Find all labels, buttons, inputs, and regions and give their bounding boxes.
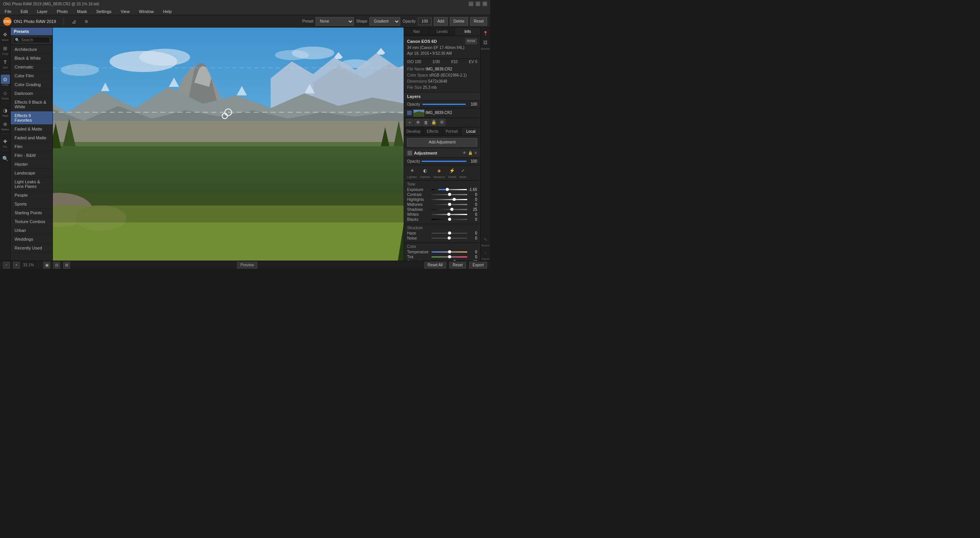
delete-btn[interactable]: Delete [450, 17, 468, 26]
menu-settings[interactable]: Settings [95, 8, 113, 15]
tab-info[interactable]: Info [455, 28, 480, 36]
tool-local[interactable]: ⊙ Local [1, 74, 10, 87]
single-view-btn[interactable]: ▣ [43, 262, 50, 269]
menu-help[interactable]: Help [162, 8, 173, 15]
minimize-btn[interactable]: — [469, 2, 473, 6]
reset-all-btn[interactable]: Reset All [424, 262, 446, 269]
split-view-btn[interactable]: ⊟ [53, 262, 60, 269]
preset-architecture[interactable]: Architecture [11, 45, 52, 54]
reset-btn[interactable]: Reset [470, 17, 487, 26]
adj-opacity-slider[interactable] [422, 161, 466, 162]
tool-faces[interactable]: ☺ Faces [1, 88, 10, 101]
preview-btn[interactable]: Preview [237, 262, 258, 269]
preset-darkroom[interactable]: Darkroom [11, 89, 52, 98]
delete-layer-btn[interactable]: 🗑 [422, 119, 429, 126]
shape-select[interactable]: Gradient [370, 17, 400, 26]
tab-effects[interactable]: Effects [423, 127, 442, 135]
adj-vibrance-tool[interactable]: ◈ Vibrance [433, 167, 445, 179]
tool-crop[interactable]: ⊞ Crop [1, 43, 10, 56]
tool-fix[interactable]: ✚ Fix [1, 136, 10, 149]
gradient-handle[interactable] [222, 113, 228, 119]
temp-track[interactable] [432, 251, 467, 253]
menu-window[interactable]: Window [137, 8, 155, 15]
opacity-input[interactable] [418, 18, 432, 25]
tab-local[interactable]: Local [461, 127, 480, 135]
preset-film[interactable]: Film [11, 142, 52, 151]
haze-track[interactable] [432, 233, 467, 234]
adj-detail-tool[interactable]: ⚡ Detail [448, 167, 456, 179]
add-adjustment-btn[interactable]: Add Adjustment [407, 138, 477, 147]
preset-bw[interactable]: Black & White [11, 54, 52, 63]
preset-urban[interactable]: Urban [11, 226, 52, 235]
resize-icon[interactable]: ⤡ [481, 235, 490, 243]
shape-tool-btn[interactable]: ≡ [82, 17, 91, 26]
whites-track[interactable] [432, 214, 467, 215]
restore-btn[interactable]: □ [476, 2, 480, 6]
tool-view[interactable]: 🔍 [1, 153, 10, 164]
search-input[interactable] [21, 38, 48, 42]
adj-lighten-tool[interactable]: ☀ Lighten [407, 167, 417, 179]
menu-edit[interactable]: Edit [19, 8, 29, 15]
preset-film-bw[interactable]: Film - B&W [11, 151, 52, 160]
browse-icon[interactable]: 🖼 [481, 38, 490, 47]
menu-photo[interactable]: Photo [55, 8, 69, 15]
preset-texture[interactable]: Texture Combos [11, 217, 52, 226]
preset-people[interactable]: People [11, 191, 52, 200]
preset-hipster[interactable]: Hipster [11, 160, 52, 169]
preset-effects-fav[interactable]: Effects 9 Favorites [11, 111, 52, 125]
adj-lock-icon[interactable]: 🔒 [468, 151, 473, 155]
tool-mask[interactable]: ◑ Mask [1, 105, 10, 118]
preset-sports[interactable]: Sports [11, 200, 52, 209]
zoom-in-btn[interactable]: + [13, 262, 20, 269]
add-btn[interactable]: Add [434, 17, 448, 26]
blacks-track[interactable] [432, 219, 467, 220]
compare-view-btn[interactable]: ⊞ [63, 262, 70, 269]
gradient-tool-btn[interactable]: ⊿ [69, 17, 79, 26]
menu-file[interactable]: File [3, 8, 13, 15]
copy-layer-btn[interactable]: ⊕ [414, 119, 421, 126]
zoom-out-btn[interactable]: − [3, 262, 10, 269]
export-btn-bottom[interactable]: Export [469, 262, 487, 269]
gps-icon[interactable]: 📍 [481, 29, 490, 37]
preset-weddings[interactable]: Weddings [11, 235, 52, 244]
contrast-track[interactable] [432, 194, 467, 195]
close-btn[interactable]: ✕ [483, 2, 487, 6]
tint-track[interactable] [432, 256, 467, 258]
midtones-track[interactable] [432, 204, 467, 205]
tab-nav[interactable]: Nav [404, 28, 430, 36]
adj-eye-icon[interactable]: 👁 [463, 151, 466, 155]
tab-levels[interactable]: Levels [430, 28, 455, 36]
settings-layer-btn[interactable]: ⚙ [438, 119, 445, 126]
menu-layer[interactable]: Layer [36, 8, 49, 15]
preset-starting[interactable]: Starting Points [11, 209, 52, 217]
tool-text[interactable]: T Text [1, 57, 10, 70]
exposure-track[interactable] [432, 189, 467, 190]
export-icon[interactable]: ↑ [481, 248, 490, 257]
reset-btn-bottom[interactable]: Reset [449, 262, 466, 269]
highlights-track[interactable] [432, 199, 467, 200]
preset-select[interactable]: None [316, 17, 354, 26]
preset-colorfilm[interactable]: Color Film [11, 72, 52, 80]
preset-recent[interactable]: Recently Used [11, 244, 52, 253]
preset-faded-matte[interactable]: Faded & Matte [11, 125, 52, 134]
layers-opacity-slider[interactable] [422, 104, 466, 105]
menu-view[interactable]: View [119, 8, 131, 15]
preset-faded-and-matte[interactable]: Faded and Matte [11, 134, 52, 142]
add-layer-btn[interactable]: + [406, 119, 413, 126]
adj-more-tool[interactable]: ✓ More [459, 167, 467, 179]
noise-track[interactable] [432, 238, 467, 239]
preset-effects-bw[interactable]: Effects 9 Black & White [11, 98, 52, 111]
menu-mask[interactable]: Mask [75, 8, 88, 15]
tool-move[interactable]: ✥ Move [1, 29, 10, 42]
lock-layer-btn[interactable]: 🔒 [430, 119, 437, 126]
tool-refine[interactable]: ⊛ Refine [1, 119, 10, 132]
adj-darken-tool[interactable]: ◐ Darken [420, 167, 430, 179]
preset-cinematic[interactable]: Cinematic [11, 63, 52, 72]
preset-light-leaks[interactable]: Light Leaks & Lens Flares [11, 178, 52, 191]
preset-colorgrading[interactable]: Color Grading [11, 80, 52, 89]
tab-develop[interactable]: Develop [404, 127, 423, 135]
tab-portrait[interactable]: Portrait [442, 127, 461, 135]
shadows-track[interactable] [432, 209, 467, 210]
preset-landscape[interactable]: Landscape [11, 169, 52, 178]
adj-close-icon[interactable]: ✕ [474, 151, 477, 155]
